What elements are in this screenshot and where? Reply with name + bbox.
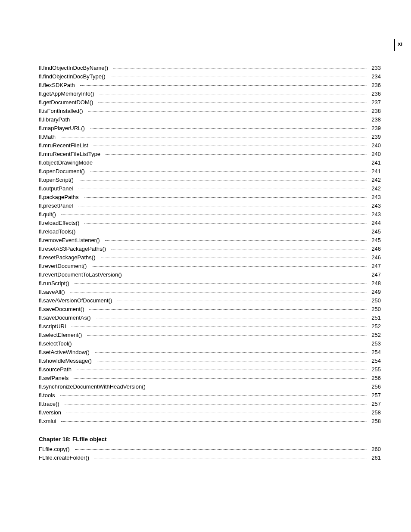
toc-entry-page: 249: [369, 288, 381, 296]
toc-entry-page: 239: [369, 124, 381, 133]
toc-entry-page: 257: [369, 391, 381, 400]
toc-entry-label: fl.scriptURI: [39, 322, 70, 331]
toc-row[interactable]: fl.xmlui258: [39, 417, 381, 426]
toc-entry-label: fl.reloadTools(): [39, 227, 79, 236]
toc-leader-dots: [96, 318, 367, 318]
toc-row[interactable]: fl.saveDocument()250: [39, 305, 381, 314]
toc-row[interactable]: fl.version258: [39, 408, 381, 417]
toc-row[interactable]: fl.tools257: [39, 391, 381, 400]
toc-leader-dots: [95, 352, 367, 353]
toc-row[interactable]: fl.isFontInstalled()238: [39, 107, 381, 115]
toc-entry-page: 248: [369, 279, 381, 288]
toc-entry-label: fl.revertDocumentToLastVersion(): [39, 271, 125, 279]
toc-row[interactable]: fl.getDocumentDOM()237: [39, 98, 381, 107]
toc-row[interactable]: fl.findObjectInDocByName()233: [39, 64, 381, 72]
toc-row[interactable]: fl.revertDocumentToLastVersion()247: [39, 271, 381, 279]
toc-leader-dots: [81, 232, 367, 232]
page-number: xi: [394, 39, 402, 51]
toc-row[interactable]: FLfile.createFolder()261: [39, 454, 381, 462]
toc-entry-label: fl.isFontInstalled(): [39, 107, 87, 115]
toc-entry-page: 255: [369, 365, 381, 374]
toc-row[interactable]: fl.reloadTools()245: [39, 227, 381, 236]
toc-row[interactable]: fl.mruRecentFileList240: [39, 141, 381, 150]
toc-row[interactable]: fl.reloadEffects()244: [39, 219, 381, 227]
toc-leader-dots: [60, 395, 367, 396]
toc-row[interactable]: fl.mruRecentFileListType240: [39, 150, 381, 159]
toc-entry-page: 233: [369, 64, 381, 72]
toc-entry-page: 246: [369, 253, 381, 262]
toc-leader-dots: [101, 258, 367, 258]
toc-leader-dots: [78, 189, 367, 189]
toc-entry-label: fl.getDocumentDOM(): [39, 98, 97, 107]
toc-row[interactable]: fl.mapPlayerURL()239: [39, 124, 381, 133]
toc-leader-dots: [74, 378, 367, 379]
toc-row[interactable]: fl.resetPackagePaths()246: [39, 253, 381, 262]
toc-row[interactable]: fl.selectTool()253: [39, 339, 381, 348]
toc-entry-page: 258: [369, 417, 381, 426]
toc-row[interactable]: fl.runScript()248: [39, 279, 381, 288]
toc-row[interactable]: fl.showIdleMessage()254: [39, 357, 381, 365]
toc-leader-dots: [111, 249, 367, 249]
toc-leader-dots: [65, 404, 367, 404]
toc-leader-dots: [84, 223, 367, 224]
page-content: xi fl.findObjectInDocByName()233fl.findO…: [0, 0, 411, 488]
toc-entry-page: 239: [369, 133, 381, 141]
toc-row[interactable]: fl.saveAVersionOfDocument()250: [39, 296, 381, 305]
toc-leader-dots: [90, 171, 367, 172]
toc-row[interactable]: fl.flexSDKPath236: [39, 81, 381, 90]
toc-entry-page: 254: [369, 348, 381, 357]
toc-row[interactable]: fl.revertDocument()247: [39, 262, 381, 271]
toc-row[interactable]: fl.objectDrawingMode241: [39, 159, 381, 167]
toc-leader-dots: [98, 163, 367, 163]
toc-entry-label: fl.tools: [39, 391, 59, 400]
toc-row[interactable]: fl.saveAll()249: [39, 288, 381, 296]
toc-row[interactable]: fl.packagePaths243: [39, 193, 381, 202]
toc-row[interactable]: fl.scriptURI252: [39, 322, 381, 331]
toc-leader-dots: [90, 128, 367, 129]
toc-row[interactable]: FLfile.copy()260: [39, 445, 381, 454]
toc-row[interactable]: fl.findObjectInDocByType()234: [39, 72, 381, 81]
toc-entry-page: 256: [369, 383, 381, 391]
toc-row[interactable]: fl.setActiveWindow()254: [39, 348, 381, 357]
toc-entry-label: fl.selectElement(): [39, 331, 85, 339]
toc-entry-page: 243: [369, 202, 381, 210]
toc-row[interactable]: fl.quit()243: [39, 210, 381, 219]
page-number-container: xi: [39, 39, 381, 51]
toc-row[interactable]: fl.synchronizeDocumentWithHeadVersion()2…: [39, 383, 381, 391]
toc-row[interactable]: fl.openScript()242: [39, 176, 381, 184]
toc-entry-page: 242: [369, 176, 381, 184]
toc-entry-label: fl.swfPanels: [39, 374, 72, 383]
toc-leader-dots: [88, 111, 367, 112]
toc-entry-label: fl.showIdleMessage(): [39, 357, 95, 365]
toc-row[interactable]: fl.resetAS3PackagePaths()246: [39, 245, 381, 253]
toc-entry-label: fl.presetPanel: [39, 202, 77, 210]
toc-row[interactable]: fl.swfPanels256: [39, 374, 381, 383]
toc-row[interactable]: fl.libraryPath238: [39, 115, 381, 124]
toc-list-chapter: FLfile.copy()260FLfile.createFolder()261: [39, 445, 381, 462]
toc-leader-dots: [78, 206, 367, 206]
toc-entry-page: 238: [369, 107, 381, 115]
toc-leader-dots: [92, 266, 367, 267]
toc-entry-page: 253: [369, 339, 381, 348]
toc-entry-label: fl.mruRecentFileListType: [39, 150, 104, 159]
toc-entry-page: 250: [369, 296, 381, 305]
toc-entry-page: 247: [369, 262, 381, 271]
toc-row[interactable]: fl.sourcePath255: [39, 365, 381, 374]
toc-row[interactable]: fl.removeEventListener()245: [39, 236, 381, 245]
toc-row[interactable]: fl.trace()257: [39, 400, 381, 408]
toc-row[interactable]: fl.getAppMemoryInfo()236: [39, 90, 381, 98]
toc-leader-dots: [75, 120, 367, 120]
toc-row[interactable]: fl.selectElement()252: [39, 331, 381, 339]
toc-entry-label: fl.setActiveWindow(): [39, 348, 93, 357]
toc-row[interactable]: fl.openDocument()241: [39, 167, 381, 176]
toc-row[interactable]: fl.outputPanel242: [39, 184, 381, 193]
toc-row[interactable]: fl.saveDocumentAs()251: [39, 314, 381, 322]
toc-entry-label: fl.version: [39, 408, 65, 417]
toc-leader-dots: [77, 344, 367, 344]
toc-row[interactable]: fl.Math239: [39, 133, 381, 141]
toc-leader-dots: [61, 421, 367, 422]
toc-entry-page: 236: [369, 81, 381, 90]
toc-row[interactable]: fl.presetPanel243: [39, 202, 381, 210]
toc-leader-dots: [151, 387, 367, 387]
toc-leader-dots: [87, 335, 367, 336]
